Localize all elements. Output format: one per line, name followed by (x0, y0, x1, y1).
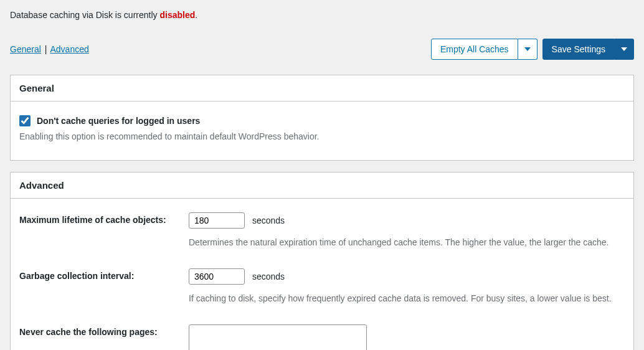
dont-cache-help: Enabling this option is recommended to m… (19, 131, 625, 141)
never-cache-label: Never cache the following pages: (19, 324, 189, 350)
general-panel: General Don't cache queries for logged i… (10, 75, 634, 161)
max-lifetime-unit: seconds (252, 215, 285, 225)
dont-cache-checkbox[interactable] (19, 115, 31, 126)
advanced-form-table: Maximum lifetime of cache objects: secon… (19, 212, 625, 350)
status-prefix: Database caching via Disk is currently (10, 10, 159, 20)
gc-interval-input[interactable] (189, 268, 245, 285)
gc-interval-desc: If caching to disk, specify how frequent… (189, 293, 625, 303)
caret-down-icon (621, 47, 627, 51)
never-cache-cell (189, 324, 625, 350)
status-line: Database caching via Disk is currently d… (10, 10, 634, 20)
empty-caches-group: Empty All Caches (431, 39, 537, 60)
general-panel-title: General (11, 75, 633, 102)
breadcrumb-advanced-link[interactable]: Advanced (50, 44, 88, 54)
advanced-panel-body: Maximum lifetime of cache objects: secon… (11, 199, 633, 350)
top-bar: General | Advanced Empty All Caches Save… (10, 39, 634, 60)
breadcrumb-general-link[interactable]: General (10, 44, 41, 54)
caret-down-icon (524, 47, 531, 51)
save-settings-dropdown[interactable] (615, 39, 634, 60)
gc-interval-cell: seconds If caching to disk, specify how … (189, 268, 625, 324)
breadcrumb: General | Advanced (10, 44, 89, 54)
max-lifetime-cell: seconds Determines the natural expiratio… (189, 212, 625, 268)
empty-caches-button[interactable]: Empty All Caches (431, 39, 518, 60)
breadcrumb-separator: | (45, 44, 47, 54)
max-lifetime-desc: Determines the natural expiration time o… (189, 237, 625, 247)
status-suffix: . (195, 10, 197, 20)
empty-caches-dropdown[interactable] (518, 39, 537, 60)
max-lifetime-input[interactable] (189, 212, 245, 229)
dont-cache-row: Don't cache queries for logged in users (19, 115, 625, 126)
advanced-panel-title: Advanced (11, 173, 633, 199)
never-cache-row: Never cache the following pages: (19, 324, 625, 350)
gc-interval-unit: seconds (252, 272, 285, 281)
status-state: disabled (159, 10, 195, 20)
dont-cache-label[interactable]: Don't cache queries for logged in users (37, 116, 200, 126)
max-lifetime-row: Maximum lifetime of cache objects: secon… (19, 212, 625, 268)
general-panel-body: Don't cache queries for logged in users … (11, 102, 633, 160)
action-buttons: Empty All Caches Save Settings (431, 39, 634, 60)
advanced-panel: Advanced Maximum lifetime of cache objec… (10, 172, 634, 350)
save-settings-group: Save Settings (542, 39, 634, 60)
never-cache-textarea[interactable] (189, 324, 367, 350)
save-settings-button[interactable]: Save Settings (542, 39, 615, 60)
gc-interval-row: Garbage collection interval: seconds If … (19, 268, 625, 324)
max-lifetime-label: Maximum lifetime of cache objects: (19, 212, 189, 268)
gc-interval-label: Garbage collection interval: (19, 268, 189, 324)
